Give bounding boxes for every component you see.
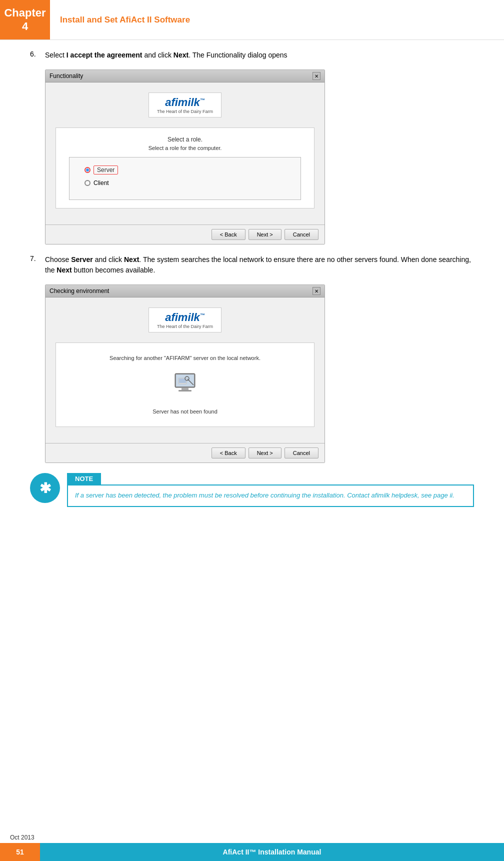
dialog1-footer: < Back Next > Cancel bbox=[46, 224, 324, 244]
afimilk-text-2: afimilk™ bbox=[165, 311, 205, 324]
server-not-found-text: Server has not been found bbox=[64, 408, 306, 414]
server-computer-icon bbox=[64, 371, 306, 400]
dialog2-next-button[interactable]: Next > bbox=[248, 448, 282, 458]
search-text: Searching for another "AFIFARM" server o… bbox=[64, 355, 306, 361]
page-footer: 51 AfiAct II™ Installation Manual bbox=[0, 843, 504, 861]
client-label: Client bbox=[94, 180, 109, 186]
svg-rect-3 bbox=[178, 390, 192, 392]
note-section: ✱ NOTE If a server has been detected, th… bbox=[30, 473, 474, 507]
dialog1-body: afimilk™ The Heart of the Dairy Farm Sel… bbox=[46, 82, 324, 224]
page-header: Chapter 4 Install and Set AfiAct II Soft… bbox=[0, 0, 504, 40]
main-content: 6. Select I accept the agreement and cli… bbox=[0, 50, 504, 537]
section-title: Install and Set AfiAct II Software bbox=[50, 0, 200, 40]
dialog1-close-button[interactable]: ✕ bbox=[312, 72, 320, 80]
step-6-number: 6. bbox=[30, 50, 40, 58]
dialog2-close-button[interactable]: ✕ bbox=[312, 287, 320, 295]
dialog2-footer: < Back Next > Cancel bbox=[46, 443, 324, 462]
note-content: NOTE If a server has been detected, the … bbox=[67, 473, 474, 507]
dialog1-titlebar: Functionality ✕ bbox=[46, 70, 324, 82]
afimilk-text-1: afimilk™ bbox=[165, 96, 205, 108]
dialog2-wrapper: Checking environment ✕ afimilk™ The Hear… bbox=[45, 284, 474, 463]
trademark-2: ™ bbox=[200, 312, 205, 318]
radio-client-circle[interactable] bbox=[84, 180, 90, 186]
dialog1-title: Functionality bbox=[50, 72, 83, 80]
role-panel: Select a role. Select a role for the com… bbox=[56, 128, 314, 208]
manual-title: AfiAct II™ Installation Manual bbox=[40, 843, 504, 861]
step-6: 6. Select I accept the agreement and cli… bbox=[30, 50, 474, 60]
logo-box-1: afimilk™ The Heart of the Dairy Farm bbox=[148, 92, 222, 118]
checking-dialog: Checking environment ✕ afimilk™ The Hear… bbox=[45, 284, 325, 463]
svg-rect-2 bbox=[182, 388, 188, 390]
search-panel: Searching for another "AFIFARM" server o… bbox=[56, 342, 314, 427]
dialog1-cancel-button[interactable]: Cancel bbox=[284, 229, 318, 240]
dialog2-body: afimilk™ The Heart of the Dairy Farm Sea… bbox=[46, 298, 324, 443]
chapter-box: Chapter 4 bbox=[0, 0, 50, 40]
radio-client-option[interactable]: Client bbox=[84, 180, 286, 186]
role-subtitle: Select a role for the computer. bbox=[64, 145, 306, 151]
step-7-number: 7. bbox=[30, 254, 40, 262]
afimilk-logo-2: afimilk™ The Heart of the Dairy Farm bbox=[56, 308, 314, 332]
afimilk-tagline-2: The Heart of the Dairy Farm bbox=[157, 324, 213, 329]
trademark-1: ™ bbox=[200, 98, 205, 103]
afimilk-tagline-1: The Heart of the Dairy Farm bbox=[157, 109, 213, 114]
step-6-text: Select I accept the agreement and click … bbox=[45, 50, 288, 60]
role-title: Select a role. bbox=[64, 136, 306, 143]
dialog2-title: Checking environment bbox=[50, 288, 109, 294]
note-box: If a server has been detected, the probl… bbox=[67, 484, 474, 507]
dialog1-wrapper: Functionality ✕ afimilk™ The Heart of th… bbox=[45, 70, 474, 244]
logo-box-2: afimilk™ The Heart of the Dairy Farm bbox=[148, 308, 222, 332]
footer-date: Oct 2013 bbox=[10, 834, 34, 841]
server-label: Server bbox=[94, 166, 118, 174]
chapter-label: Chapter bbox=[4, 6, 46, 20]
dialog2-cancel-button[interactable]: Cancel bbox=[284, 448, 318, 458]
dialog2-titlebar: Checking environment ✕ bbox=[46, 285, 324, 298]
afimilk-logo-1: afimilk™ The Heart of the Dairy Farm bbox=[56, 92, 314, 118]
chapter-number: 4 bbox=[22, 20, 28, 33]
step-7: 7. Choose Server and click Next. The sys… bbox=[30, 254, 474, 276]
note-text: If a server has been detected, the probl… bbox=[75, 492, 454, 499]
role-options-panel: Server Client bbox=[69, 157, 301, 200]
note-asterisk-icon: ✱ bbox=[30, 473, 60, 503]
dialog1-next-button[interactable]: Next > bbox=[248, 229, 282, 240]
radio-server-option[interactable]: Server bbox=[84, 166, 286, 174]
note-label: NOTE bbox=[67, 473, 101, 484]
page-number: 51 bbox=[0, 843, 40, 861]
radio-server-circle[interactable] bbox=[84, 167, 90, 173]
dialog2-back-button[interactable]: < Back bbox=[212, 448, 246, 458]
step-7-text: Choose Server and click Next. The system… bbox=[45, 254, 474, 276]
functionality-dialog: Functionality ✕ afimilk™ The Heart of th… bbox=[45, 70, 325, 244]
dialog1-back-button[interactable]: < Back bbox=[212, 229, 246, 240]
